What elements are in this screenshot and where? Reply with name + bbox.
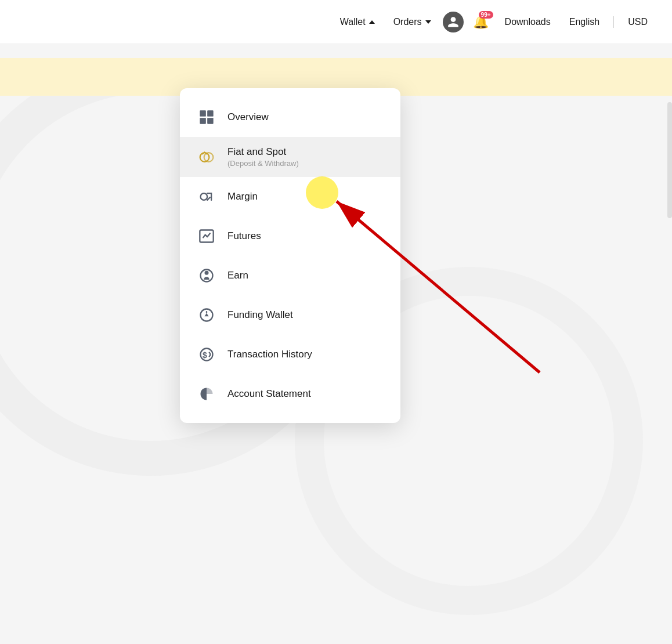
funding-wallet-text: Funding Wallet <box>227 309 293 321</box>
funding-wallet-icon <box>196 305 217 325</box>
wallet-dropdown: Overview Fiat and Spot (Deposit & Wit <box>180 88 400 423</box>
usd-nav-item[interactable]: USD <box>621 12 655 32</box>
svg-point-9 <box>205 271 209 275</box>
svg-marker-11 <box>205 313 209 317</box>
menu-item-funding-wallet[interactable]: Funding Wallet <box>180 295 400 335</box>
account-statement-label: Account Statement <box>227 388 311 400</box>
orders-label: Orders <box>393 17 422 27</box>
margin-text: Margin <box>227 191 258 202</box>
transaction-history-text: Transaction History <box>227 349 312 360</box>
menu-item-account-statement[interactable]: Account Statement <box>180 374 400 414</box>
margin-label: Margin <box>227 191 258 202</box>
menu-item-transaction-history[interactable]: $ Transaction History <box>180 335 400 374</box>
menu-item-overview[interactable]: Overview <box>180 97 400 137</box>
account-statement-icon <box>196 383 217 404</box>
overview-text: Overview <box>227 111 269 123</box>
svg-point-6 <box>201 193 208 200</box>
notification-bell[interactable]: 🔔 99+ <box>468 10 493 34</box>
earn-text: Earn <box>227 270 248 281</box>
transaction-history-label: Transaction History <box>227 349 312 360</box>
orders-nav-item[interactable]: Orders <box>386 12 438 32</box>
nav-divider <box>613 16 614 28</box>
svg-rect-3 <box>207 118 214 124</box>
menu-item-margin[interactable]: Margin <box>180 177 400 216</box>
wallet-nav-item[interactable]: Wallet <box>333 12 382 32</box>
earn-label: Earn <box>227 270 248 281</box>
navbar: Wallet Orders 🔔 99+ Downloads English US… <box>0 0 672 44</box>
svg-rect-0 <box>200 110 206 117</box>
wallet-caret-up-icon <box>369 20 375 24</box>
dropdown-menu-container: Overview Fiat and Spot (Deposit & Wit <box>180 88 400 423</box>
scrollbar[interactable] <box>667 102 672 218</box>
account-statement-text: Account Statement <box>227 388 311 400</box>
svg-text:$: $ <box>203 350 207 360</box>
fiat-spot-label: Fiat and Spot <box>227 146 299 158</box>
avatar[interactable] <box>443 12 464 32</box>
wallet-label: Wallet <box>340 17 366 27</box>
menu-item-futures[interactable]: Futures <box>180 216 400 256</box>
menu-item-fiat-spot[interactable]: Fiat and Spot (Deposit & Withdraw) <box>180 137 400 177</box>
earn-icon <box>196 265 217 286</box>
english-label: English <box>569 17 599 27</box>
futures-icon <box>196 226 217 247</box>
overview-label: Overview <box>227 111 269 123</box>
orders-caret-down-icon <box>425 20 431 24</box>
transaction-history-icon: $ <box>196 344 217 365</box>
margin-icon <box>196 186 217 207</box>
main-content: Overview Fiat and Spot (Deposit & Wit <box>0 44 672 644</box>
fiat-spot-sublabel: (Deposit & Withdraw) <box>227 159 299 168</box>
english-nav-item[interactable]: English <box>562 12 606 32</box>
overview-icon <box>196 107 217 128</box>
fiat-spot-text: Fiat and Spot (Deposit & Withdraw) <box>227 146 299 168</box>
menu-item-earn[interactable]: Earn <box>180 256 400 295</box>
notification-badge: 99+ <box>479 11 493 19</box>
svg-rect-1 <box>207 110 214 117</box>
downloads-nav-item[interactable]: Downloads <box>498 12 558 32</box>
futures-text: Futures <box>227 230 261 242</box>
funding-wallet-label: Funding Wallet <box>227 309 293 321</box>
usd-label: USD <box>628 17 648 27</box>
svg-rect-2 <box>200 118 206 124</box>
futures-label: Futures <box>227 230 261 242</box>
downloads-label: Downloads <box>505 17 551 27</box>
fiat-spot-icon <box>196 147 217 168</box>
